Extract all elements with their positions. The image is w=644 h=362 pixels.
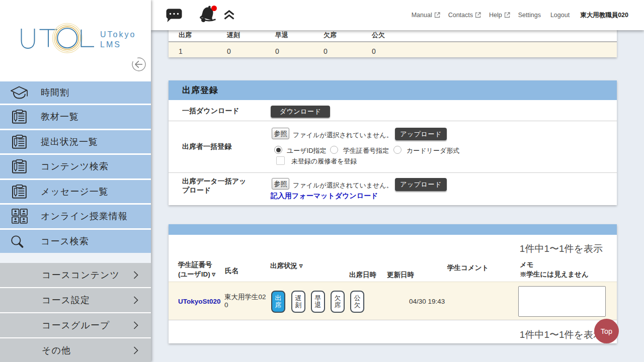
svg-text:LMS: LMS (100, 40, 121, 49)
svg-text:UTokyo: UTokyo (100, 30, 136, 39)
